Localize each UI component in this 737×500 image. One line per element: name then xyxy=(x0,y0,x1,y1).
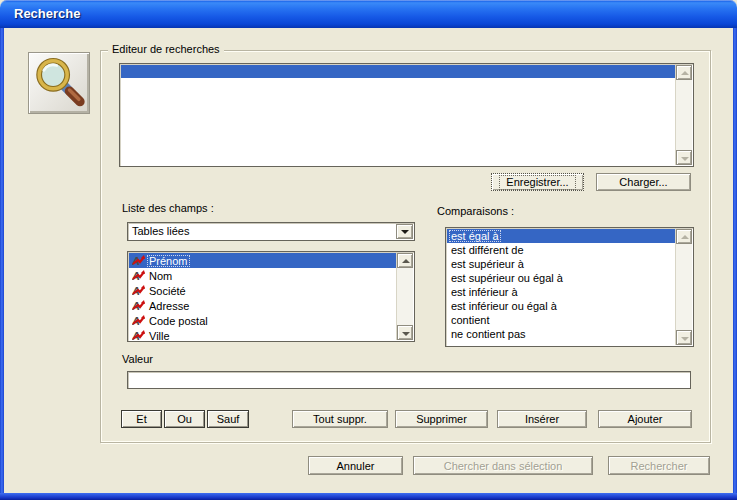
except-button[interactable]: Sauf xyxy=(207,410,249,428)
list-item[interactable]: Adresse xyxy=(129,298,396,313)
chevron-down-icon xyxy=(401,230,409,234)
list-item[interactable]: Prénom xyxy=(129,253,396,268)
dialog-recherche: Recherche Editeur de recherches Enregist… xyxy=(0,0,737,500)
list-item[interactable]: est supérieur à xyxy=(447,257,675,271)
search-button: Rechercher xyxy=(608,456,710,475)
window-title: Recherche xyxy=(0,0,80,27)
search-editor-list[interactable] xyxy=(119,63,694,167)
combo-dropdown-button[interactable] xyxy=(396,224,413,239)
save-button[interactable]: Enregistrer... xyxy=(491,173,584,191)
search-icon-tile xyxy=(28,52,90,114)
and-button[interactable]: Et xyxy=(121,410,162,428)
group-label: Editeur de recherches xyxy=(108,43,224,55)
list-item[interactable]: Code postal xyxy=(129,313,396,328)
list-item[interactable]: Nom xyxy=(129,268,396,283)
add-button[interactable]: Ajouter xyxy=(598,410,692,428)
field-icon xyxy=(132,300,145,312)
scroll-down-button[interactable] xyxy=(676,150,692,165)
title-bar[interactable]: Recherche xyxy=(0,0,737,28)
list-item[interactable]: contient xyxy=(447,313,675,327)
list-item[interactable]: est égal à xyxy=(447,229,675,243)
fields-list[interactable]: PrénomNomSociétéAdresseCode postalVille xyxy=(127,251,415,342)
scroll-up-button[interactable] xyxy=(676,65,692,80)
load-button[interactable]: Charger... xyxy=(596,173,691,191)
scroll-up-button[interactable] xyxy=(676,229,692,244)
editor-list-scrollbar[interactable] xyxy=(675,65,692,165)
list-item[interactable]: Société xyxy=(129,283,396,298)
window-border-left xyxy=(0,28,4,500)
value-input[interactable] xyxy=(127,371,691,389)
selected-empty-row[interactable] xyxy=(121,65,675,78)
window-border-bottom xyxy=(0,493,737,500)
comparisons-label: Comparaisons : xyxy=(437,205,514,217)
fields-list-scrollbar[interactable] xyxy=(396,253,413,340)
comparisons-list[interactable]: est égal àest différent deest supérieur … xyxy=(445,227,694,347)
clear-all-button[interactable]: Tout suppr. xyxy=(292,410,388,428)
fields-label: Liste des champs : xyxy=(122,202,214,214)
list-item[interactable]: est inférieur à xyxy=(447,285,675,299)
comparisons-scrollbar[interactable] xyxy=(675,229,692,345)
field-icon xyxy=(132,315,145,327)
combo-value: Tables liées xyxy=(132,225,189,237)
list-item[interactable]: Ville xyxy=(129,328,396,340)
list-item[interactable]: est supérieur ou égal à xyxy=(447,271,675,285)
insert-button[interactable]: Insérer xyxy=(497,410,587,428)
value-label: Valeur xyxy=(122,353,153,365)
field-icon xyxy=(132,330,145,341)
field-icon xyxy=(132,270,145,282)
list-item[interactable]: est différent de xyxy=(447,243,675,257)
list-item[interactable]: ne contient pas xyxy=(447,327,675,341)
scroll-up-button[interactable] xyxy=(397,253,413,268)
list-item[interactable]: est inférieur ou égal à xyxy=(447,299,675,313)
cancel-button[interactable]: Annuler xyxy=(308,456,403,475)
delete-button[interactable]: Supprimer xyxy=(395,410,488,428)
search-in-selection-button: Chercher dans sélection xyxy=(413,456,593,475)
tables-combo[interactable]: Tables liées xyxy=(127,222,415,241)
field-icon xyxy=(132,255,145,267)
scroll-down-button[interactable] xyxy=(397,325,413,340)
field-icon xyxy=(132,285,145,297)
scroll-down-button[interactable] xyxy=(676,330,692,345)
or-button[interactable]: Ou xyxy=(164,410,205,428)
window-border-right xyxy=(733,28,737,500)
magnifier-icon xyxy=(31,55,87,111)
